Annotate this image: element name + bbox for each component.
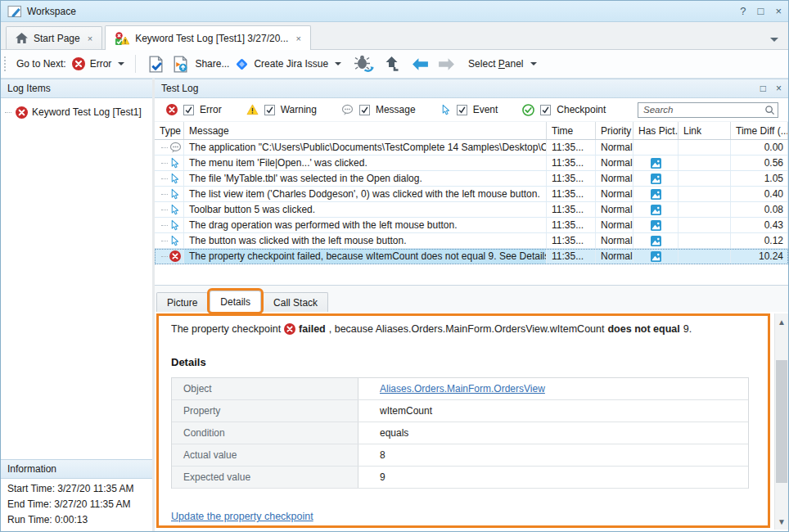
search-icon[interactable]	[764, 105, 775, 115]
maximize-button[interactable]: □	[758, 5, 764, 17]
details-tab-call-stack[interactable]: Call Stack	[263, 292, 328, 312]
window-title: Workspace	[27, 6, 76, 17]
forward-arrow-icon[interactable]	[437, 57, 456, 71]
table-row[interactable]: The application "C:\Users\Public\Documen…	[155, 140, 788, 156]
home-icon	[16, 33, 28, 43]
go-up-icon[interactable]	[385, 56, 400, 72]
message-cell: The menu item 'File|Open...' was clicked…	[184, 156, 547, 170]
link-cell	[679, 233, 731, 248]
details-tab-picture[interactable]: Picture	[156, 292, 208, 312]
update-checkpoint-link[interactable]: Update the property checkpoint	[171, 511, 313, 522]
details-tab-details[interactable]: Details	[210, 291, 261, 312]
table-row[interactable]: Toolbar button 5 was clicked.11:35...Nor…	[155, 202, 788, 218]
filter-label: Error	[200, 104, 222, 115]
filter-label: Warning	[281, 104, 317, 115]
go-to-next-error-dropdown[interactable]: Error	[72, 57, 125, 70]
filter-checkbox-checkpoint[interactable]	[540, 105, 551, 115]
tab-close-icon[interactable]: ×	[88, 34, 92, 43]
column-header[interactable]: Time Diff (...	[731, 122, 788, 139]
time-cell: 11:35...	[547, 202, 596, 217]
tab-close-icon[interactable]: ×	[295, 34, 300, 43]
tab-start-page[interactable]: Start Page ×	[6, 26, 102, 49]
create-jira-issue-dropdown[interactable]: Create Jira Issue	[235, 57, 341, 71]
title-bar: Workspace ? □ ×	[1, 1, 788, 22]
workspace-window: Workspace ? □ × Start Page ×	[0, 0, 789, 532]
panel-close-button[interactable]: ×	[776, 83, 782, 94]
has-picture-cell	[633, 249, 679, 264]
tab-overflow-chevron-icon[interactable]	[770, 38, 778, 42]
picture-icon	[651, 220, 661, 231]
object-link[interactable]: Aliases.Orders.MainForm.OrdersView	[380, 383, 545, 394]
back-arrow-icon[interactable]	[411, 57, 430, 71]
filter-checkbox-error[interactable]	[183, 105, 194, 115]
tree-connector	[161, 210, 168, 210]
select-panel-dropdown[interactable]: Select Panel	[468, 58, 536, 70]
details-heading: Details	[171, 356, 764, 368]
type-cell	[155, 156, 184, 170]
scroll-down-icon[interactable]: ▼	[775, 515, 788, 528]
details-row: Actual value8	[172, 444, 748, 467]
filter-checkbox-message[interactable]	[359, 105, 370, 115]
time-diff-cell: 0.40	[731, 187, 788, 201]
column-header[interactable]: Time	[547, 122, 596, 139]
column-header[interactable]: Link	[679, 122, 731, 139]
share-button[interactable]: Share...	[171, 55, 229, 74]
type-cell	[155, 249, 184, 264]
has-picture-cell	[633, 218, 679, 232]
table-row[interactable]: The drag operation was performed with th…	[155, 218, 788, 233]
error-icon	[166, 104, 178, 115]
close-button[interactable]: ×	[775, 5, 782, 17]
event-icon	[169, 157, 180, 169]
message-cell: The button was clicked with the left mou…	[184, 233, 547, 248]
panel-maximize-button[interactable]: □	[760, 83, 766, 94]
filter-bar: ErrorWarningMessageEventCheckpoint	[155, 98, 788, 122]
filter-label: Event	[473, 104, 498, 115]
time-cell: 11:35...	[547, 156, 596, 170]
filter-warning: Warning	[246, 104, 317, 115]
tree-connector	[161, 241, 168, 241]
column-header[interactable]: Has Pict...	[633, 122, 679, 139]
log-items-tree-item[interactable]: Keyword Test Log [Test1]	[1, 104, 152, 120]
type-cell	[155, 233, 184, 248]
type-cell	[155, 140, 184, 155]
details-scrollbar[interactable]: ▲ ▼	[774, 313, 788, 530]
test-log-title: Test Log	[161, 83, 198, 94]
toolbar-grip[interactable]	[4, 56, 7, 71]
time-cell: 11:35...	[547, 233, 596, 248]
column-header[interactable]: Message	[184, 122, 547, 139]
link-cell	[679, 140, 731, 155]
has-picture-cell	[633, 202, 679, 217]
table-row[interactable]: The property checkpoint failed, because …	[155, 249, 788, 264]
column-header[interactable]: Priority	[596, 122, 633, 139]
post-defect-icon[interactable]	[354, 55, 376, 73]
has-picture-cell	[633, 140, 679, 155]
time-diff-cell: 0.12	[731, 233, 788, 248]
table-row[interactable]: The button was clicked with the left mou…	[155, 233, 788, 249]
scroll-up-icon[interactable]: ▲	[775, 315, 788, 328]
tree-connector	[161, 163, 168, 164]
type-cell	[155, 171, 184, 186]
go-to-next-label: Go to Next:	[16, 58, 66, 70]
table-row[interactable]: The file 'MyTable.tbl' was selected in t…	[155, 171, 788, 187]
column-header[interactable]: Type	[155, 122, 184, 139]
select-result-icon[interactable]	[147, 55, 165, 74]
scroll-thumb[interactable]	[776, 360, 787, 483]
message-icon	[341, 104, 354, 116]
tree-connector	[5, 112, 11, 113]
help-button[interactable]: ?	[740, 5, 746, 17]
filter-checkbox-warning[interactable]	[264, 105, 275, 115]
table-row[interactable]: The menu item 'File|Open...' was clicked…	[155, 156, 788, 171]
error-icon	[72, 57, 85, 70]
test-log-panel: Test Log □ × ErrorWarningMessageEventChe…	[155, 79, 788, 531]
chevron-down-icon	[530, 62, 537, 65]
picture-icon	[651, 205, 661, 215]
tab-label: Keyword Test Log [Test1] 3/27/20...	[135, 33, 288, 44]
search-input[interactable]	[638, 102, 778, 118]
table-row[interactable]: The list view item ('Charles Dodgeson', …	[155, 187, 788, 202]
details-label: Expected value	[172, 467, 358, 488]
tab-keyword-test-log[interactable]: Keyword Test Log [Test1] 3/27/20... ×	[105, 25, 311, 50]
information-line: End Time: 3/27/20 11:35 AM	[7, 497, 152, 512]
priority-cell: Normal	[596, 249, 633, 264]
filter-checkbox-event[interactable]	[457, 105, 467, 115]
information-lines: Start Time: 3/27/20 11:35 AMEnd Time: 3/…	[1, 481, 152, 528]
